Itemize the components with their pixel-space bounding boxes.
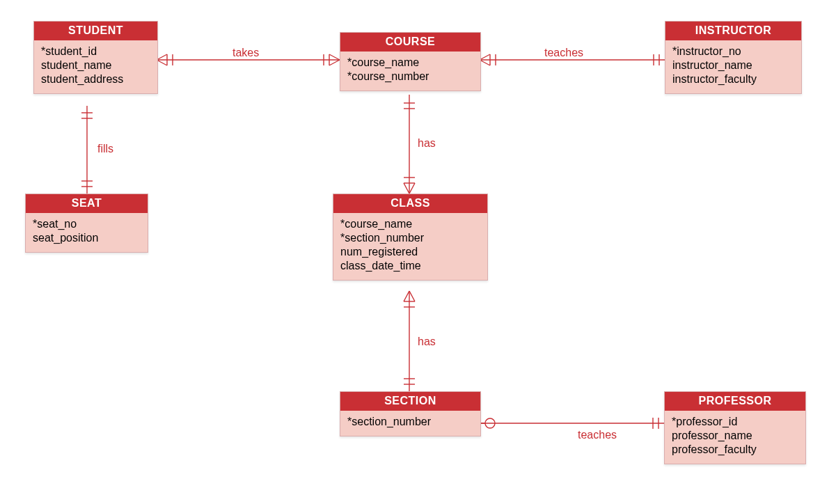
entity-title-course: COURSE xyxy=(340,33,480,52)
svg-line-4 xyxy=(329,54,340,60)
entity-title-instructor: INSTRUCTOR xyxy=(665,22,801,40)
entity-class: CLASS *course_name *section_number num_r… xyxy=(333,194,488,281)
bar-course-has xyxy=(404,103,415,109)
attr: *course_name xyxy=(347,56,473,70)
crowfoot-course-takes xyxy=(324,54,340,65)
svg-line-8 xyxy=(480,54,490,60)
attr: instructor_faculty xyxy=(672,72,794,86)
entity-body-seat: *seat_no seat_position xyxy=(26,213,148,252)
rel-label-fills: fills xyxy=(97,143,113,155)
attr: num_registered xyxy=(340,245,480,259)
rel-label-has-bottom: has xyxy=(418,336,436,348)
attr: professor_name xyxy=(672,429,798,443)
entity-body-course: *course_name *course_number xyxy=(340,52,480,90)
entity-body-professor: *professor_id professor_name professor_f… xyxy=(665,411,805,464)
svg-line-21 xyxy=(409,183,415,194)
bar-instructor-teaches xyxy=(654,54,659,65)
bar-seat-fills xyxy=(81,181,93,187)
entity-title-class: CLASS xyxy=(333,194,487,213)
attr: *section_number xyxy=(347,415,473,429)
svg-point-30 xyxy=(485,418,495,428)
attr: student_address xyxy=(41,72,150,86)
attr: *section_number xyxy=(340,231,480,245)
entity-title-professor: PROFESSOR xyxy=(665,392,805,411)
er-diagram-canvas: STUDENT *student_id student_name student… xyxy=(0,0,836,504)
rel-label-has-top: has xyxy=(418,137,436,150)
rel-label-takes: takes xyxy=(232,47,259,59)
entity-section: SECTION *section_number xyxy=(340,391,481,436)
crowfoot-class-has-bottom xyxy=(404,291,415,307)
crowfoot-class-has-top xyxy=(404,178,415,194)
entity-body-instructor: *instructor_no instructor_name instructo… xyxy=(665,40,801,93)
entity-title-section: SECTION xyxy=(340,392,480,411)
attr: instructor_name xyxy=(672,58,794,72)
attr: professor_faculty xyxy=(672,443,798,457)
attr: *instructor_no xyxy=(672,45,794,58)
entity-instructor: INSTRUCTOR *instructor_no instructor_nam… xyxy=(665,21,802,94)
attr: seat_position xyxy=(33,231,141,245)
crowfoot-course-teaches xyxy=(480,54,496,65)
bar-student-fills xyxy=(81,113,93,118)
attr: *seat_no xyxy=(33,217,141,231)
svg-line-25 xyxy=(409,291,415,301)
svg-line-24 xyxy=(404,291,409,301)
bar-section-has xyxy=(404,379,415,384)
bar-professor-teaches xyxy=(653,418,658,429)
rel-label-teaches-bottom: teaches xyxy=(578,429,617,441)
entity-course: COURSE *course_name *course_number xyxy=(340,32,481,91)
entity-body-section: *section_number xyxy=(340,411,480,436)
rel-label-teaches-top: teaches xyxy=(544,47,583,59)
svg-line-5 xyxy=(329,60,340,65)
attr: student_name xyxy=(41,58,150,72)
attr: class_date_time xyxy=(340,259,480,273)
entity-seat: SEAT *seat_no seat_position xyxy=(25,194,148,253)
attr: *course_number xyxy=(347,70,473,84)
attr: *student_id xyxy=(41,45,150,58)
svg-line-1 xyxy=(157,60,167,65)
circle-section-teaches xyxy=(480,418,495,428)
attr: *professor_id xyxy=(672,415,798,429)
entity-title-student: STUDENT xyxy=(34,22,157,40)
svg-line-9 xyxy=(480,60,490,65)
entity-student: STUDENT *student_id student_name student… xyxy=(33,21,158,94)
entity-body-class: *course_name *section_number num_registe… xyxy=(333,213,487,280)
entity-body-student: *student_id student_name student_address xyxy=(34,40,157,93)
crowfoot-student-takes xyxy=(157,54,173,65)
svg-line-20 xyxy=(404,183,409,194)
entity-title-seat: SEAT xyxy=(26,194,148,213)
svg-line-0 xyxy=(157,54,167,60)
entity-professor: PROFESSOR *professor_id professor_name p… xyxy=(664,391,806,464)
attr: *course_name xyxy=(340,217,480,231)
